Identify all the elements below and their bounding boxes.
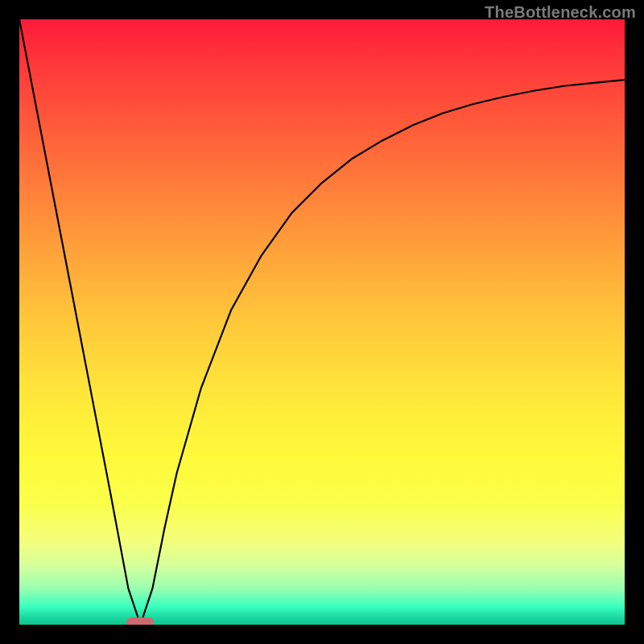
optimal-marker	[126, 617, 154, 625]
curve-svg	[19, 19, 625, 625]
bottleneck-curve	[19, 19, 625, 625]
plot-area	[19, 19, 625, 625]
chart-frame: TheBottleneck.com	[0, 0, 644, 644]
